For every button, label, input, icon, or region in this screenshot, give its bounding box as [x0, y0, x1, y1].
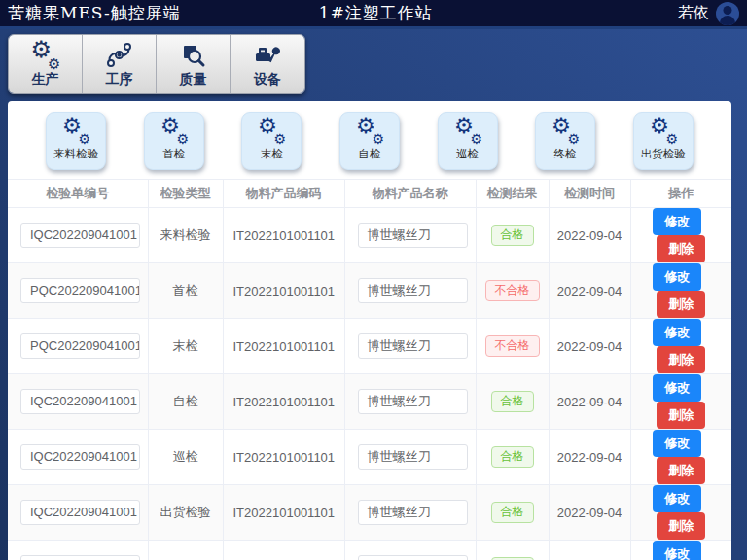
tab-production[interactable]: ⚙⚙ 生产 [9, 35, 83, 93]
delete-button[interactable]: 删除 [657, 291, 705, 318]
gears-icon: ⚙⚙ [258, 118, 286, 146]
material-code-cell: IT2022101001101 [223, 319, 344, 374]
material-name-value: 博世螺丝刀 [358, 500, 468, 525]
actions-cell: 修改删除 [630, 374, 731, 430]
result-badge: 合格 [491, 446, 534, 467]
material-name-value: 博世螺丝刀 [358, 333, 468, 359]
button-label: 来料检验 [53, 147, 98, 161]
header-inspection-type: 检验类型 [148, 180, 223, 208]
gears-icon: ⚙⚙ [356, 118, 384, 146]
material-name-cell: 博世螺丝刀 [344, 430, 476, 485]
main-toolbar: ⚙⚙ 生产 工序 质量 [8, 34, 305, 94]
edit-button[interactable]: 修改 [653, 430, 701, 457]
result-badge: 合格 [491, 391, 534, 411]
edit-button[interactable]: 修改 [653, 208, 701, 235]
material-name-cell: 博世螺丝刀 [344, 541, 476, 560]
result-cell: 合格 [476, 374, 549, 430]
inspection-no-cell: PQC202209041001 [8, 319, 148, 374]
table-row: PQC202209041001末检IT2022101001101博世螺丝刀不合格… [8, 319, 731, 374]
delete-button[interactable]: 删除 [657, 457, 705, 484]
material-name-cell: 博世螺丝刀 [344, 374, 476, 430]
edit-button[interactable]: 修改 [653, 485, 701, 512]
result-badge: 不合格 [485, 335, 540, 356]
button-shipment-inspection[interactable]: ⚙⚙ 出货检验 [633, 112, 694, 170]
gears-icon: ⚙⚙ [62, 118, 90, 146]
material-code-cell: IT2022101001101 [223, 430, 344, 485]
inspection-no-cell: PQC202209041001 [8, 263, 148, 319]
inspection-type-cell: 出货检验 [148, 485, 223, 541]
header-material-code: 物料产品编码 [223, 180, 344, 208]
inspection-no-cell: IQC202209041001 [8, 208, 148, 263]
inspection-no-value: IQC202209041001 [20, 500, 140, 525]
inspection-no-cell: IQC202209041001 [8, 430, 148, 485]
inspection-button-row: ⚙⚙ 来料检验 ⚙⚙ 首检 ⚙⚙ 末检 ⚙⚙ 自检 ⚙⚙ 巡检 ⚙⚙ 终检 ⚙⚙… [8, 101, 731, 179]
material-name-cell: 博世螺丝刀 [344, 319, 476, 374]
result-cell: 合格 [476, 485, 549, 541]
button-label: 巡检 [456, 147, 479, 161]
button-label: 自检 [358, 147, 380, 161]
material-name-value: 博世螺丝刀 [358, 555, 468, 560]
tab-equipment[interactable]: 设备 [231, 35, 304, 93]
button-last-inspection[interactable]: ⚙⚙ 末检 [241, 112, 302, 170]
date-cell: 2022-09-04 [549, 430, 630, 485]
result-badge: 合格 [491, 225, 534, 245]
table-row: IQC202209041001自检IT2022101001101博世螺丝刀合格2… [8, 374, 731, 430]
table-row: IQC202209041001出货检验IT2022101001101博世螺丝刀合… [8, 485, 731, 541]
app-title: 苦糖果MES-触控屏端 [8, 2, 181, 24]
inspection-type-cell: 末检 [148, 319, 223, 374]
edit-button[interactable]: 修改 [653, 319, 701, 346]
result-badge: 不合格 [485, 280, 540, 300]
edit-button[interactable]: 修改 [653, 263, 701, 291]
button-final-inspection[interactable]: ⚙⚙ 终检 [535, 112, 595, 170]
tab-label: 设备 [254, 71, 281, 88]
tab-quality[interactable]: 质量 [157, 35, 231, 93]
material-code-cell: IT2022101001101 [223, 541, 344, 560]
button-incoming-inspection[interactable]: ⚙⚙ 来料检验 [46, 112, 106, 170]
table-row: IQC202209041001出货检验IT2022101001101博世螺丝刀合… [8, 541, 731, 560]
date-cell: 2022-09-04 [549, 541, 630, 560]
button-label: 首检 [162, 147, 185, 161]
date-cell: 2022-09-04 [549, 485, 630, 541]
actions-cell: 修改删除 [630, 208, 731, 263]
station-title: 1#注塑工作站 [319, 2, 433, 24]
inspection-no-cell: IQC202209041001 [8, 374, 148, 430]
process-flow-icon [106, 41, 133, 70]
button-patrol-inspection[interactable]: ⚙⚙ 巡检 [438, 112, 498, 170]
delete-button[interactable]: 删除 [657, 402, 705, 429]
content-panel: ⚙⚙ 来料检验 ⚙⚙ 首检 ⚙⚙ 末检 ⚙⚙ 自检 ⚙⚙ 巡检 ⚙⚙ 终检 ⚙⚙… [8, 101, 731, 560]
result-cell: 不合格 [476, 263, 549, 319]
gears-icon: ⚙⚙ [551, 118, 580, 146]
user-avatar-icon[interactable] [716, 2, 739, 25]
material-name-value: 博世螺丝刀 [358, 389, 468, 414]
delete-button[interactable]: 删除 [657, 346, 705, 373]
material-name-value: 博世螺丝刀 [358, 223, 468, 248]
inspection-type-cell: 自检 [148, 374, 223, 430]
username: 若依 [678, 3, 709, 23]
table-row: IQC202209041001巡检IT2022101001101博世螺丝刀合格2… [8, 430, 731, 485]
gears-icon: ⚙⚙ [649, 118, 677, 146]
result-cell: 合格 [476, 541, 549, 560]
actions-cell: 修改删除 [630, 430, 731, 485]
tab-process[interactable]: 工序 [83, 35, 157, 93]
button-first-inspection[interactable]: ⚙⚙ 首检 [144, 112, 204, 170]
button-label: 末检 [261, 147, 283, 161]
material-name-cell: 博世螺丝刀 [344, 263, 476, 319]
date-cell: 2022-09-04 [549, 319, 630, 374]
button-self-inspection[interactable]: ⚙⚙ 自检 [339, 112, 400, 170]
edit-button[interactable]: 修改 [653, 374, 701, 402]
table-header-row: 检验单编号 检验类型 物料产品编码 物料产品名称 检测结果 检测时间 操作 [8, 180, 731, 208]
button-label: 出货检验 [641, 147, 686, 161]
actions-cell: 修改删除 [630, 263, 731, 319]
delete-button[interactable]: 删除 [657, 512, 705, 540]
edit-button[interactable]: 修改 [653, 541, 701, 560]
inspection-type-cell: 巡检 [148, 430, 223, 485]
date-cell: 2022-09-04 [549, 263, 630, 319]
date-cell: 2022-09-04 [549, 374, 630, 430]
delete-button[interactable]: 删除 [657, 235, 705, 262]
result-cell: 合格 [476, 208, 549, 263]
inspection-no-cell: IQC202209041001 [8, 541, 148, 560]
inspection-type-cell: 出货检验 [148, 541, 223, 560]
inspection-no-value: PQC202209041001 [20, 333, 140, 359]
user-menu[interactable]: 若依 [678, 2, 739, 25]
table-row: PQC202209041001首检IT2022101001101博世螺丝刀不合格… [8, 263, 731, 319]
